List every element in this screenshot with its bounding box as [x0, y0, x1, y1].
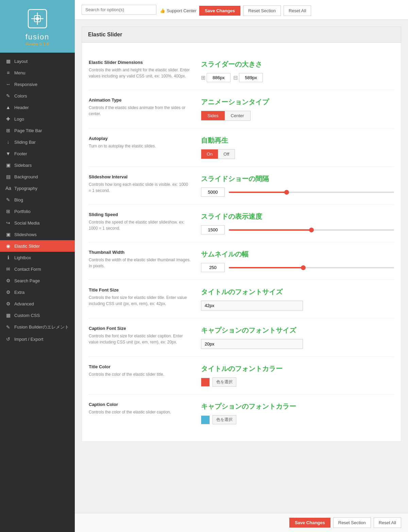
slider-track-sliding-speed[interactable]	[229, 229, 394, 231]
slider-value-thumbnail-width[interactable]	[201, 263, 225, 272]
color-swatch-title-color[interactable]	[201, 378, 210, 387]
footer-reset-all-button[interactable]: Reset All	[374, 517, 401, 528]
width-input[interactable]	[207, 73, 231, 82]
sidebar-item-header[interactable]: ▲ Header	[0, 102, 75, 113]
nav-label-sliding-bar: Sliding Bar	[14, 140, 36, 145]
setting-desc-title-font-size: Controls the font size for elastic slide…	[89, 295, 191, 307]
nav-icon-extra: ⚙	[5, 289, 11, 295]
nav-label-blog: Blog	[14, 197, 23, 202]
height-icon: ⊟	[233, 74, 238, 81]
sidebar-item-portfolio[interactable]: ⊞ Portfolio	[0, 206, 75, 217]
slider-thumb-slideshow-interval	[284, 190, 289, 195]
sidebar-item-sliding-bar[interactable]: ↓ Sliding Bar	[0, 136, 75, 148]
color-select-button-caption-color[interactable]: 色を選択	[213, 415, 236, 424]
sidebar-item-social-media[interactable]: ↪ Social Media	[0, 217, 75, 229]
svg-point-2	[36, 17, 39, 20]
setting-right-animation-type: アニメーションタイプSidesCenter	[201, 97, 394, 121]
sidebar-item-extra[interactable]: ⚙ Extra	[0, 286, 75, 298]
color-swatch-caption-color[interactable]	[201, 415, 210, 424]
nav-label-extra: Extra	[14, 290, 24, 295]
height-input[interactable]	[239, 73, 263, 82]
sidebar-item-page-title-bar[interactable]: ⊞ Page Title Bar	[0, 125, 75, 136]
text-input-caption-font-size[interactable]	[201, 339, 303, 349]
on-button[interactable]: On	[201, 149, 218, 159]
setting-left-slideshow-interval: Slideshow Interval Controls how long eac…	[89, 174, 191, 194]
sidebar-item-search-page[interactable]: ⚙ Search Page	[0, 275, 75, 286]
color-row-caption-color: 色を選択	[201, 415, 236, 424]
color-select-button-title-color[interactable]: 色を選択	[213, 377, 236, 387]
footer-save-button[interactable]: Save Changes	[289, 518, 330, 528]
sidebar-item-lightbox[interactable]: ℹ Lightbox	[0, 252, 75, 263]
slider-track-thumbnail-width[interactable]	[229, 267, 394, 268]
setting-row-caption-color: Caption Color Controls the color of the …	[89, 394, 394, 432]
setting-label-title-font-size: Title Font Size	[89, 287, 191, 292]
dimension-inputs-elastic-slider-dimensions: ⊞ ⊟	[201, 73, 263, 82]
japanese-label-title-color: タイトルのフォントカラー	[201, 364, 283, 373]
sidebar-item-custom-css[interactable]: ▦ Custom CSS	[0, 309, 75, 321]
sidebar-header: fusion Avada 5.1.6	[0, 0, 75, 53]
reset-section-button[interactable]: Reset Section	[243, 5, 281, 16]
sidebar-item-elastic-slider[interactable]: ◉ Elastic Slider ◀	[0, 240, 75, 252]
sidebar-item-colors[interactable]: ✎ Colors	[0, 90, 75, 102]
nav-icon-menu: ≡	[5, 70, 11, 75]
onoff-group-autoplay: On Off	[201, 149, 235, 159]
sidebar-item-menu[interactable]: ≡ Menu	[0, 67, 75, 78]
setting-label-thumbnail-width: Thumbnail Width	[89, 250, 191, 255]
text-input-title-font-size[interactable]	[201, 301, 303, 311]
sidebar-brand: fusion	[26, 33, 50, 41]
sidebar: fusion Avada 5.1.6 ▦ Layout ≡ Menu ↔ Res…	[0, 0, 75, 532]
sidebar-item-background[interactable]: ▤ Background	[0, 171, 75, 182]
slider-value-sliding-speed[interactable]	[201, 225, 225, 234]
save-changes-button[interactable]: Save Changes	[199, 6, 240, 16]
nav-label-header: Header	[14, 105, 29, 110]
setting-left-title-color: Title Color Controls the color of the el…	[89, 364, 191, 377]
slider-fill-thumbnail-width	[229, 267, 303, 268]
reset-all-button[interactable]: Reset All	[284, 5, 311, 16]
sidebar-item-logo[interactable]: ✚ Logo	[0, 113, 75, 125]
toggle-btn-center[interactable]: Center	[225, 111, 250, 120]
support-center-button[interactable]: 👍 Support Center	[160, 8, 197, 13]
thumbs-up-icon: 👍	[160, 8, 165, 13]
nav-icon-page-title-bar: ⊞	[5, 128, 11, 133]
toggle-btn-sides[interactable]: Sides	[201, 111, 225, 120]
setting-label-sliding-speed: Sliding Speed	[89, 212, 191, 217]
sidebar-item-blog[interactable]: ✎ Blog	[0, 194, 75, 206]
setting-desc-caption-font-size: Controls the font size for elastic slide…	[89, 333, 191, 345]
sidebar-item-fusion-builder[interactable]: ✎ Fusion Builderのエレメント	[0, 321, 75, 333]
nav-icon-background: ▤	[5, 174, 11, 179]
sidebar-item-typography[interactable]: Aa Typography	[0, 182, 75, 194]
nav-icon-blog: ✎	[5, 197, 11, 202]
sidebar-nav: ▦ Layout ≡ Menu ↔ Responsive ✎ Colors ▲ …	[0, 53, 75, 532]
sidebar-item-import-export[interactable]: ↺ Import / Export	[0, 333, 75, 345]
slider-track-slideshow-interval[interactable]	[229, 192, 394, 193]
nav-label-custom-css: Custom CSS	[14, 313, 40, 318]
nav-label-fusion-builder: Fusion Builderのエレメント	[14, 324, 69, 330]
setting-left-title-font-size: Title Font Size Controls the font size f…	[89, 287, 191, 307]
nav-icon-footer: ▼	[5, 151, 11, 156]
setting-label-caption-color: Caption Color	[89, 402, 191, 407]
nav-label-layout: Layout	[14, 59, 28, 64]
setting-label-title-color: Title Color	[89, 364, 191, 369]
nav-icon-import-export: ↺	[5, 336, 11, 342]
nav-label-page-title-bar: Page Title Bar	[14, 128, 42, 133]
search-input[interactable]	[82, 5, 156, 15]
setting-desc-animation-type: Controls if the elastic slides animate f…	[89, 105, 191, 117]
japanese-label-sliding-speed: スライドの表示速度	[201, 212, 262, 221]
sidebar-item-layout[interactable]: ▦ Layout	[0, 55, 75, 67]
sidebar-item-sidebars[interactable]: ▣ Sidebars	[0, 159, 75, 171]
setting-left-caption-color: Caption Color Controls the color of the …	[89, 402, 191, 415]
sidebar-item-advanced[interactable]: ⚙ Advanced	[0, 298, 75, 309]
footer-reset-section-button[interactable]: Reset Section	[333, 517, 371, 528]
off-button[interactable]: Off	[218, 149, 235, 159]
setting-right-sliding-speed: スライドの表示速度	[201, 212, 394, 234]
nav-icon-elastic-slider: ◉	[5, 243, 11, 249]
slider-value-slideshow-interval[interactable]	[201, 188, 225, 197]
sidebar-item-contact-form[interactable]: ✉ Contact Form	[0, 263, 75, 275]
nav-icon-sidebars: ▣	[5, 162, 11, 168]
setting-left-thumbnail-width: Thumbnail Width Controls the width of th…	[89, 250, 191, 269]
setting-row-slideshow-interval: Slideshow Interval Controls how long eac…	[89, 167, 394, 205]
sidebar-item-slideshows[interactable]: ▣ Slideshows	[0, 229, 75, 240]
height-input-wrap: ⊟	[233, 73, 263, 82]
sidebar-item-responsive[interactable]: ↔ Responsive	[0, 78, 75, 90]
sidebar-item-footer[interactable]: ▼ Footer	[0, 148, 75, 159]
